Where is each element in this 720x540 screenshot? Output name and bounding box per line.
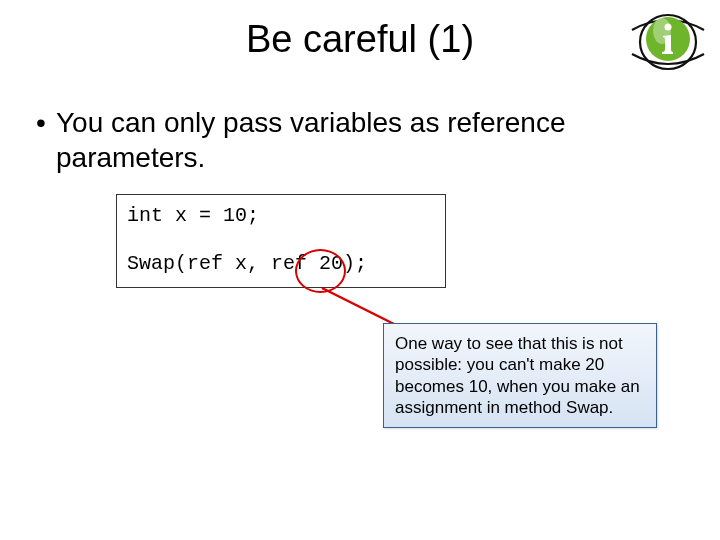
explanation-callout: One way to see that this is not possible… xyxy=(383,323,657,428)
bullet-item: •You can only pass variables as referenc… xyxy=(36,105,660,175)
callout-text: One way to see that this is not possible… xyxy=(395,334,640,417)
code-line-1: int x = 10; xyxy=(127,203,435,229)
bullet-dot-icon: • xyxy=(36,105,56,140)
code-example-box: int x = 10; Swap(ref x, ref 20); xyxy=(116,194,446,288)
code-line-2: Swap(ref x, ref 20); xyxy=(127,251,435,277)
bullet-text: You can only pass variables as reference… xyxy=(56,107,566,173)
slide-title: Be careful (1) xyxy=(0,18,720,61)
bullet-list: •You can only pass variables as referenc… xyxy=(36,105,660,175)
